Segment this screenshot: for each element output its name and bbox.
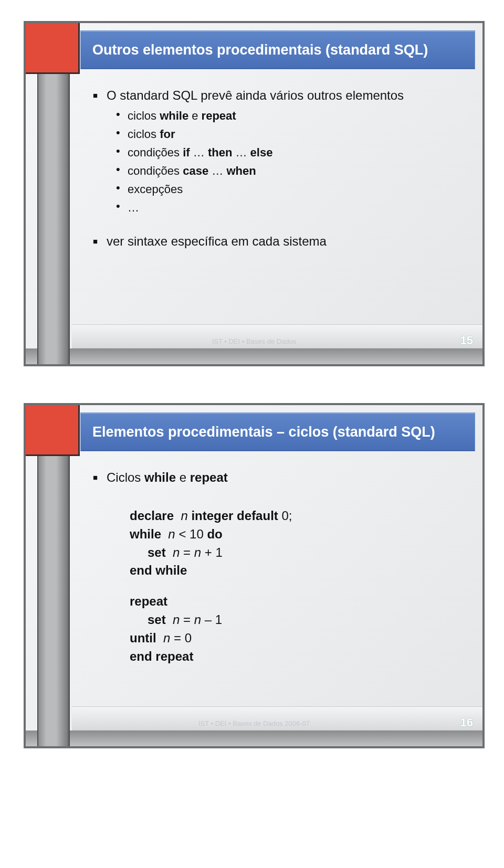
var-n: n	[173, 612, 180, 627]
expr: < 10	[175, 527, 207, 541]
slide-content: ■ Ciclos while e repeat declare n intege…	[93, 468, 467, 715]
bullet-text: O standard SQL prevê ainda vários outros…	[107, 86, 404, 105]
kw-case: case	[183, 164, 208, 177]
spacer	[93, 217, 467, 232]
spacer	[93, 580, 467, 592]
code-line: until n = 0	[130, 629, 467, 648]
bullet-level2: • ciclos for	[93, 125, 467, 143]
slide-title-bar: Elementos procedimentais – ciclos (stand…	[80, 412, 475, 451]
slide-content: ■ O standard SQL prevê ainda vários outr…	[93, 86, 467, 333]
slide-15: Outros elementos procedimentais (standar…	[24, 21, 485, 366]
text: ciclos	[128, 109, 160, 122]
kw-end-while: end while	[130, 563, 187, 577]
bullet-text: excepções	[128, 181, 183, 198]
bullet-level2: • condições case … when	[93, 162, 467, 179]
kw-until: until	[130, 631, 156, 645]
bullet-level1: ■ ver sintaxe específica em cada sistema	[93, 232, 467, 251]
text: e	[188, 109, 201, 122]
page-number: 16	[460, 716, 473, 729]
text: …	[190, 146, 208, 159]
text: ciclos	[128, 128, 160, 141]
var-n: n	[194, 612, 201, 627]
op-eq: =	[180, 545, 194, 559]
kw-end-repeat: end repeat	[130, 649, 193, 663]
dot-bullet-icon: •	[116, 181, 128, 198]
dot-bullet-icon: •	[116, 107, 128, 124]
decor-red-box	[26, 405, 80, 456]
expr: – 1	[201, 612, 222, 627]
slide-title-bar: Outros elementos procedimentais (standar…	[80, 30, 475, 69]
bullet-level2: • ciclos while e repeat	[93, 107, 467, 124]
code-line: while n < 10 do	[130, 525, 467, 544]
code-line: repeat	[130, 592, 467, 611]
slide-title: Outros elementos procedimentais (standar…	[92, 42, 428, 58]
var-n: n	[194, 545, 201, 559]
decor-sideband	[37, 23, 70, 364]
dot-bullet-icon: •	[116, 162, 128, 179]
kw-set: set	[148, 612, 166, 627]
kw-repeat: repeat	[190, 470, 228, 484]
bullet-text: condições case … when	[128, 162, 256, 179]
kw-for: for	[160, 128, 175, 141]
dot-bullet-icon: •	[116, 125, 128, 143]
kw-repeat: repeat	[130, 594, 167, 608]
bullet-text: ver sintaxe específica em cada sistema	[107, 232, 327, 251]
code-line: set n = n – 1	[130, 611, 467, 629]
expr: + 1	[201, 545, 223, 559]
kw-while: while	[144, 470, 176, 484]
bullet-text: ciclos for	[128, 125, 175, 143]
slide-16: Elementos procedimentais – ciclos (stand…	[24, 403, 485, 748]
text: condições	[128, 164, 183, 177]
literal: 0;	[281, 509, 292, 523]
text: …	[232, 146, 250, 159]
text: …	[208, 164, 226, 177]
kw-if: if	[183, 146, 190, 159]
kw-set: set	[148, 545, 166, 559]
code-block-repeat: repeat set n = n – 1 until n = 0 end rep…	[93, 592, 467, 665]
footer-text: IST ▪ DEI ▪ Bases de Dados 2006-07	[26, 719, 482, 727]
kw-do: do	[207, 527, 222, 541]
decor-base	[26, 731, 482, 746]
kw-declare: declare	[130, 509, 174, 523]
var-n: n	[168, 527, 175, 541]
text: Ciclos	[107, 470, 144, 484]
kw-integer-default: integer default	[188, 509, 282, 523]
square-bullet-icon: ■	[93, 468, 107, 487]
bullet-text: ciclos while e repeat	[128, 107, 236, 124]
dot-bullet-icon: •	[116, 199, 128, 216]
text: e	[176, 470, 190, 484]
footer-text: IST ▪ DEI ▪ Bases de Dados	[26, 337, 482, 345]
bullet-text: …	[128, 199, 139, 216]
expr: = 0	[170, 631, 192, 645]
decor-sideband	[37, 405, 70, 746]
bullet-level2: • condições if … then … else	[93, 144, 467, 161]
kw-while: while	[160, 109, 188, 122]
code-line: set n = n + 1	[130, 544, 467, 562]
code-line: end repeat	[130, 648, 467, 666]
square-bullet-icon: ■	[93, 86, 107, 105]
var-n: n	[181, 509, 187, 523]
bullet-text: Ciclos while e repeat	[107, 468, 228, 487]
slide-title: Elementos procedimentais – ciclos (stand…	[92, 424, 435, 440]
var-n: n	[163, 631, 170, 645]
kw-when: when	[226, 164, 256, 177]
text: condições	[128, 146, 183, 159]
page-number: 15	[460, 334, 473, 347]
kw-then: then	[208, 146, 232, 159]
bullet-level2: • excepções	[93, 181, 467, 198]
dot-bullet-icon: •	[116, 144, 128, 161]
var-n: n	[173, 545, 180, 559]
kw-else: else	[250, 146, 273, 159]
op-eq: =	[180, 612, 194, 627]
code-line: declare n integer default 0;	[130, 507, 467, 525]
decor-red-box	[26, 23, 80, 74]
kw-while: while	[130, 527, 161, 541]
code-block-while: declare n integer default 0; while n < 1…	[93, 507, 467, 580]
bullet-level1: ■ O standard SQL prevê ainda vários outr…	[93, 86, 467, 105]
spacer	[93, 489, 467, 507]
bullet-text: condições if … then … else	[128, 144, 272, 161]
code-line: end while	[130, 562, 467, 580]
bullet-level2: • …	[93, 199, 467, 216]
kw-repeat: repeat	[202, 109, 236, 122]
decor-base	[26, 348, 482, 364]
